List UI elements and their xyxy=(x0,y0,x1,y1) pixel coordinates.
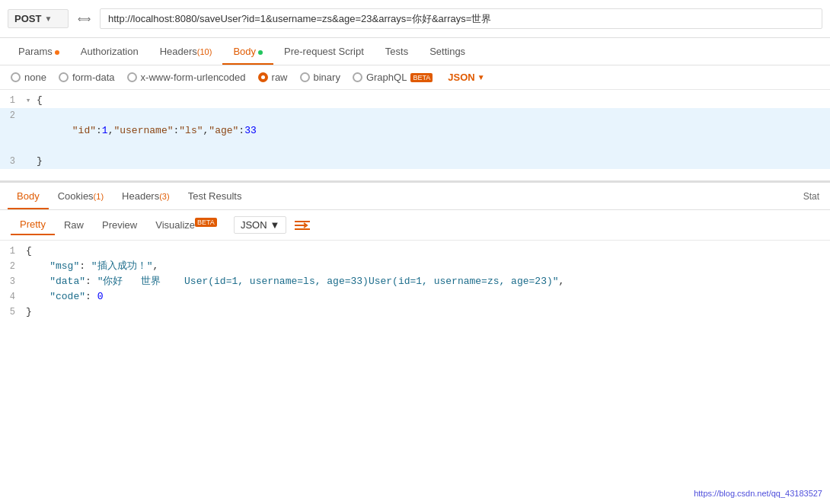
option-form-data[interactable]: form-data xyxy=(59,72,115,83)
tab-tests[interactable]: Tests xyxy=(375,38,419,65)
request-line-3: 3 } xyxy=(0,154,830,169)
radio-urlencoded xyxy=(127,72,137,82)
resp-tab-body[interactable]: Body xyxy=(8,183,49,209)
option-none[interactable]: none xyxy=(11,72,46,83)
resp-opt-raw[interactable]: Raw xyxy=(55,215,93,234)
response-body-editor: 1 { 2 "msg": "插入成功！", 3 "data": "你好 世界 U… xyxy=(0,241,830,394)
radio-graphql xyxy=(353,72,362,82)
resp-tab-headers[interactable]: Headers(3) xyxy=(113,183,179,209)
resp-opt-visualize[interactable]: VisualizeBETA xyxy=(146,215,226,234)
tab-headers[interactable]: Headers(10) xyxy=(149,38,223,65)
radio-binary xyxy=(300,72,310,82)
body-options-row: none form-data x-www-form-urlencoded raw… xyxy=(0,65,830,90)
resp-opt-preview[interactable]: Preview xyxy=(93,215,146,234)
request-tabs-row: Params Authorization Headers(10) Body Pr… xyxy=(0,38,830,65)
resize-icon: ⟺ xyxy=(75,14,94,24)
json-dropdown-arrow-icon: ▼ xyxy=(477,73,485,81)
request-line-2: 2 "id":1,"username":"ls","age":33 xyxy=(0,108,830,154)
response-tabs-row: Body Cookies(1) Headers(3) Test Results … xyxy=(0,183,830,210)
resp-opt-pretty[interactable]: Pretty xyxy=(11,215,55,235)
resp-json-dropdown[interactable]: JSON ▼ xyxy=(234,216,287,234)
stat-label: Stat xyxy=(803,191,822,202)
tab-params[interactable]: Params xyxy=(8,38,70,65)
radio-form-data xyxy=(59,72,69,82)
option-urlencoded[interactable]: x-www-form-urlencoded xyxy=(127,72,246,83)
url-input[interactable] xyxy=(100,8,822,29)
tab-prerequest[interactable]: Pre-request Script xyxy=(273,38,375,65)
method-select[interactable]: POST ▼ xyxy=(8,9,69,28)
option-graphql[interactable]: GraphQLBETA xyxy=(353,72,433,83)
request-body-editor[interactable]: 1 ▾ { 2 "id":1,"username":"ls","age":33 … xyxy=(0,90,830,181)
resp-line-3: 3 "data": "你好 世界 User(id=1, username=ls,… xyxy=(0,274,830,289)
resp-line-2: 2 "msg": "插入成功！", xyxy=(0,259,830,274)
radio-raw xyxy=(258,72,268,82)
request-line-1: 1 ▾ { xyxy=(0,93,830,108)
url-bar: POST ▼ ⟺ xyxy=(0,0,830,38)
resp-line-1: 1 { xyxy=(0,244,830,259)
resp-tab-cookies[interactable]: Cookies(1) xyxy=(49,183,113,209)
tab-body[interactable]: Body xyxy=(222,38,273,65)
resp-line-4: 4 "code": 0 xyxy=(0,289,830,305)
params-dot xyxy=(55,50,59,55)
method-label: POST xyxy=(14,13,41,24)
option-raw[interactable]: raw xyxy=(258,72,288,83)
body-dot xyxy=(258,50,263,55)
resp-line-5: 5 } xyxy=(0,305,830,320)
radio-none xyxy=(11,72,21,82)
response-section: Body Cookies(1) Headers(3) Test Results … xyxy=(0,181,830,394)
tab-authorization[interactable]: Authorization xyxy=(70,38,149,65)
response-options-row: Pretty Raw Preview VisualizeBETA JSON ▼ xyxy=(0,210,830,241)
wrap-icon xyxy=(294,219,311,232)
wrap-lines-button[interactable] xyxy=(294,219,311,232)
tab-settings[interactable]: Settings xyxy=(419,38,476,65)
watermark: https://blog.csdn.net/qq_43183527 xyxy=(694,489,822,498)
resp-tab-testresults[interactable]: Test Results xyxy=(179,183,251,209)
json-type-dropdown[interactable]: JSON ▼ xyxy=(448,72,484,83)
method-chevron-icon: ▼ xyxy=(44,14,52,23)
resp-json-arrow-icon: ▼ xyxy=(270,219,280,231)
option-binary[interactable]: binary xyxy=(300,72,340,83)
